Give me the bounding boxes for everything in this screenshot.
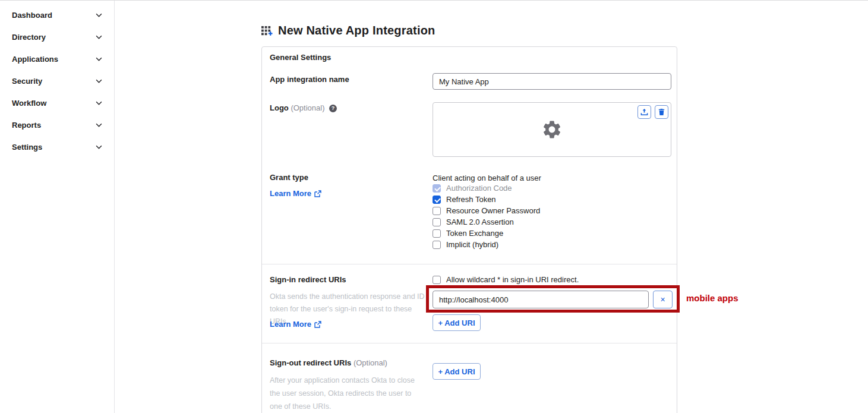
page-header: New Native App Integration <box>261 24 435 37</box>
logo-optional-label: (Optional) <box>291 103 324 112</box>
checkbox-label: SAML 2.0 Assertion <box>446 217 514 226</box>
section-title: General Settings <box>270 53 331 62</box>
sidebar-item-directory[interactable]: Directory <box>0 26 114 48</box>
chevron-down-icon <box>96 79 102 83</box>
logo-preview-box <box>433 102 671 157</box>
sidebar-nav: Dashboard Directory Applications Securit… <box>0 1 115 413</box>
sidebar-item-security[interactable]: Security <box>0 70 114 92</box>
sign-in-learn-more-link[interactable]: Learn More <box>270 320 321 329</box>
resource-owner-password-checkbox[interactable] <box>433 207 441 215</box>
logo-delete-button[interactable] <box>655 105 668 119</box>
logo-label: Logo <box>270 103 289 112</box>
grant-option-authorization-code: Authorization Code <box>433 184 512 193</box>
chevron-down-icon <box>96 35 102 39</box>
sign-out-uris-label-row: Sign-out redirect URIs (Optional) <box>270 358 387 367</box>
grant-option-saml-assertion: SAML 2.0 Assertion <box>433 217 514 226</box>
logo-upload-button[interactable] <box>637 105 651 119</box>
checkbox-label: Token Exchange <box>446 229 503 238</box>
app-name-label: App integration name <box>270 75 349 84</box>
token-exchange-checkbox[interactable] <box>433 229 441 238</box>
sidebar-item-dashboard[interactable]: Dashboard <box>0 4 114 26</box>
saml-assertion-checkbox[interactable] <box>433 218 441 226</box>
grant-type-label: Grant type <box>270 173 308 182</box>
chevron-down-icon <box>96 13 102 17</box>
checkbox-label: Refresh Token <box>446 195 496 204</box>
grant-option-token-exchange: Token Exchange <box>433 229 503 238</box>
sign-in-uri-input[interactable] <box>433 291 649 308</box>
page-title: New Native App Integration <box>278 24 435 37</box>
checkbox-label: Resource Owner Password <box>446 206 540 215</box>
grant-type-learn-more-link[interactable]: Learn More <box>270 189 321 198</box>
sign-in-uris-label: Sign-in redirect URIs <box>270 275 346 284</box>
sidebar-item-label: Reports <box>12 121 41 130</box>
learn-more-text: Learn More <box>270 320 311 329</box>
external-link-icon <box>314 190 321 197</box>
sign-out-uris-help-text: After your application contacts Okta to … <box>270 374 418 413</box>
app-grid-add-icon <box>261 26 273 37</box>
external-link-icon <box>314 321 321 328</box>
sidebar-item-label: Dashboard <box>12 11 52 20</box>
wildcard-checkbox-label: Allow wildcard * in sign-in URI redirect… <box>446 275 579 284</box>
app-name-input[interactable] <box>433 73 671 90</box>
sidebar-item-reports[interactable]: Reports <box>0 114 114 136</box>
gear-icon <box>541 119 563 140</box>
sign-out-uris-label: Sign-out redirect URIs <box>270 358 351 367</box>
sign-out-optional-label: (Optional) <box>353 358 387 367</box>
checkbox-label: Implicit (hybrid) <box>446 240 498 249</box>
refresh-token-checkbox[interactable] <box>433 196 441 204</box>
section-divider <box>262 343 677 343</box>
logo-label-row: Logo (Optional) ? <box>270 103 337 112</box>
chevron-down-icon <box>96 145 102 149</box>
sidebar-item-label: Directory <box>12 33 46 42</box>
chevron-down-icon <box>96 101 102 105</box>
sidebar-item-workflow[interactable]: Workflow <box>0 92 114 114</box>
general-settings-card: General Settings App integration name Lo… <box>261 46 677 413</box>
sign-out-add-uri-button[interactable]: + Add URI <box>433 363 481 380</box>
chevron-down-icon <box>96 57 102 61</box>
trash-icon <box>658 108 665 116</box>
authorization-code-checkbox[interactable] <box>433 184 441 193</box>
remove-uri-button[interactable]: × <box>653 291 673 308</box>
sidebar-item-label: Settings <box>12 143 42 152</box>
annotation-text: mobile apps <box>686 293 738 303</box>
learn-more-text: Learn More <box>270 189 311 198</box>
sidebar-item-settings[interactable]: Settings <box>0 136 114 158</box>
grant-option-implicit-hybrid: Implicit (hybrid) <box>433 240 498 249</box>
wildcard-checkbox[interactable] <box>433 276 441 284</box>
implicit-hybrid-checkbox[interactable] <box>433 241 441 249</box>
sidebar-item-label: Applications <box>12 55 58 64</box>
sign-in-add-uri-button[interactable]: + Add URI <box>433 314 481 331</box>
wildcard-option-row: Allow wildcard * in sign-in URI redirect… <box>433 275 579 284</box>
grant-type-group-label: Client acting on behalf of a user <box>433 174 541 182</box>
info-icon[interactable]: ? <box>329 105 337 112</box>
chevron-down-icon <box>96 123 102 127</box>
sidebar-item-label: Workflow <box>12 99 46 108</box>
sidebar-item-label: Security <box>12 77 42 86</box>
checkbox-label: Authorization Code <box>446 184 512 193</box>
grant-option-refresh-token: Refresh Token <box>433 195 496 204</box>
section-divider <box>262 264 677 264</box>
grant-option-resource-owner-password: Resource Owner Password <box>433 206 540 215</box>
top-border-line <box>0 0 868 1</box>
sidebar-item-applications[interactable]: Applications <box>0 48 114 70</box>
upload-icon <box>640 108 648 116</box>
